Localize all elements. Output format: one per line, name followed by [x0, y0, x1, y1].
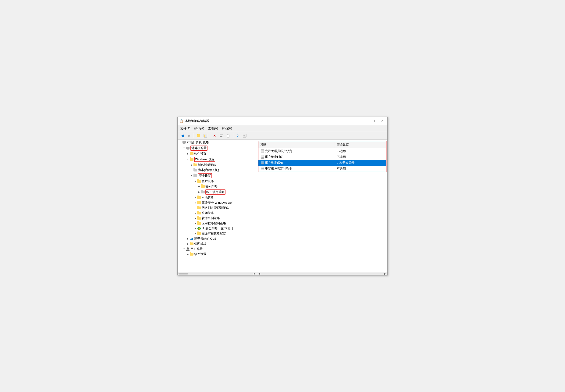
- toggle-audit-policy: ▶: [194, 232, 197, 236]
- tree-item-software-restriction[interactable]: ▶ 软件限制策略: [178, 216, 257, 221]
- toggle-software-restriction: ▶: [194, 216, 197, 220]
- tree-item-windows-settings[interactable]: ▼ Windows 设置: [178, 156, 257, 162]
- help-button[interactable]: ?: [234, 133, 241, 139]
- tree-item-password-policy[interactable]: ▶ 密码策略: [178, 184, 257, 189]
- tree-item-account-policy[interactable]: ▼ 帐户策略: [178, 179, 257, 184]
- forward-button[interactable]: ▶: [186, 133, 193, 139]
- toggle-user-software: ▶: [186, 252, 190, 256]
- tree-item-software-settings[interactable]: ▶ 软件设置: [178, 151, 257, 156]
- toggle-user-config: ▼: [182, 247, 186, 251]
- title-bar-left: 📋 本地组策略编辑器: [180, 119, 209, 123]
- policy-icon-3: [260, 161, 264, 165]
- tree-item-security-settings[interactable]: ▼ 安全设置: [178, 173, 257, 179]
- tree-item-admin-templates[interactable]: ▶ 管理模板: [178, 241, 257, 246]
- svg-rect-6: [220, 135, 223, 135]
- user-config-icon: [186, 247, 190, 251]
- show-hide-button[interactable]: [202, 133, 209, 139]
- toolbar-separator-2: [210, 133, 210, 138]
- tree-label-domain-resolution: 域名解析策略: [198, 163, 216, 167]
- maximize-button[interactable]: □: [372, 118, 379, 124]
- policy-row-lockout-threshold[interactable]: 帐户锁定阈值 0 次无效登录: [258, 160, 386, 166]
- computer-icon: [182, 141, 186, 144]
- tree-scroll[interactable]: 本地计算机 策略 ▼ 计算机配置 ▶ 软件设置: [178, 140, 257, 272]
- tree-item-domain-resolution[interactable]: ▶ 域名解析策略: [178, 162, 257, 168]
- tree-item-advanced-windows[interactable]: ▶ 高级安全 Windows Def: [178, 200, 257, 205]
- toggle-windows-settings: ▼: [186, 157, 190, 161]
- svg-rect-7: [220, 136, 223, 136]
- menu-help[interactable]: 帮助(H): [220, 126, 234, 131]
- svg-rect-2: [197, 135, 198, 135]
- tree-label-local-policy: 本地计算机 策略: [187, 140, 209, 145]
- policy-value-reset-lockout: 不适用: [335, 166, 386, 171]
- policy-row-reset-lockout[interactable]: 重置帐户锁定计数器 不适用: [258, 166, 386, 172]
- toggle-local-policy-node: ▶: [194, 196, 197, 199]
- toggle-ip-security: ▶: [194, 227, 197, 230]
- svg-rect-15: [183, 143, 185, 144]
- menu-file[interactable]: 文件(F): [179, 126, 192, 131]
- tree-item-audit-policy[interactable]: ▶ 高级审核策略配置: [178, 231, 257, 236]
- tree-item-app-control[interactable]: ▶ 应用程序控制策略: [178, 221, 257, 226]
- right-panel: 策略 安全设置 允许管理员帐户锁定 不适用: [257, 140, 387, 275]
- folder-software-restriction-icon: [197, 216, 201, 220]
- tree-item-network-list[interactable]: 网络列表管理器策略: [178, 205, 257, 210]
- tree-item-computer-config[interactable]: ▼ 计算机配置: [178, 145, 257, 151]
- tree-item-public-key[interactable]: ▶ 公钥策略: [178, 210, 257, 216]
- toggle-software-settings: ▶: [186, 152, 190, 155]
- toggle-computer-config: ▼: [182, 146, 186, 150]
- policy-icon-2: [260, 155, 264, 159]
- main-area: 本地计算机 策略 ▼ 计算机配置 ▶ 软件设置: [178, 140, 387, 275]
- tree-item-lockout-policy[interactable]: ▶ 帐户锁定策略: [178, 189, 257, 195]
- close-button[interactable]: ✕: [379, 118, 385, 124]
- back-button[interactable]: ◀: [179, 133, 185, 139]
- properties1-button[interactable]: [218, 133, 225, 139]
- tree-label-ip-security: IP 安全策略，在 本地计: [202, 226, 233, 231]
- policy-value-lockout-threshold: 0 次无效登录: [335, 160, 386, 166]
- left-panel: 本地计算机 策略 ▼ 计算机配置 ▶ 软件设置: [178, 140, 257, 275]
- folder-admin-icon: [190, 242, 194, 246]
- menu-action[interactable]: 操作(A): [192, 126, 206, 131]
- folder-advanced-icon: [197, 201, 201, 205]
- left-scroll-bar[interactable]: ▶: [178, 272, 257, 275]
- tree-label-public-key: 公钥策略: [202, 211, 214, 215]
- tree-item-local-policy-node[interactable]: ▶ 本地策略: [178, 195, 257, 200]
- delete-button[interactable]: ✕: [211, 133, 218, 139]
- toolbar-separator-3: [233, 133, 233, 138]
- toggle-local-policy: [179, 141, 182, 144]
- folder-user-software-icon: [190, 252, 194, 256]
- tree-item-local-policy[interactable]: 本地计算机 策略: [178, 140, 257, 145]
- tree-item-user-software[interactable]: ▶ 软件设置: [178, 252, 257, 257]
- window-icon: 📋: [180, 119, 184, 123]
- tree-label-password-policy: 密码策略: [205, 184, 218, 189]
- svg-rect-8: [220, 136, 222, 137]
- policy-row-lockout-duration[interactable]: 帐户锁定时间 不适用: [258, 154, 386, 160]
- title-buttons: ─ □ ✕: [365, 118, 385, 124]
- tree-label-scripts: 脚本(启动/关机): [198, 168, 219, 172]
- folder-network-icon: [197, 206, 201, 210]
- svg-rect-4: [204, 135, 205, 137]
- tree-item-qos[interactable]: ▶ 基于策略的 QoS: [178, 236, 257, 241]
- view-button[interactable]: [241, 133, 248, 139]
- tree-item-ip-security[interactable]: ▶ 🔒 IP 安全策略，在 本地计: [178, 226, 257, 231]
- folder-software-icon: [190, 152, 194, 155]
- minimize-button[interactable]: ─: [365, 118, 371, 124]
- policy-row-allow-admin[interactable]: 允许管理员帐户锁定 不适用: [258, 148, 386, 154]
- toolbar: ◀ ▶ ✕ ?: [178, 132, 387, 140]
- tree-label-app-control: 应用程序控制策略: [202, 221, 226, 225]
- policy-icon-4: [260, 167, 264, 170]
- col-header-policy[interactable]: 策略: [258, 141, 335, 148]
- up-button[interactable]: [195, 133, 202, 139]
- right-scroll-bar[interactable]: ◀ ▶: [257, 272, 387, 275]
- folder-domain-icon: [194, 163, 197, 167]
- copy-button[interactable]: [225, 133, 232, 139]
- tree-label-user-software: 软件设置: [194, 252, 206, 256]
- menu-view[interactable]: 查看(V): [206, 126, 220, 131]
- toggle-app-control: ▶: [194, 222, 197, 225]
- policy-value-allow-admin: 不适用: [335, 148, 386, 154]
- svg-rect-14: [183, 141, 186, 143]
- tree-item-user-config[interactable]: ▼ 用户配置: [178, 246, 257, 252]
- col-header-security[interactable]: 安全设置: [335, 141, 386, 148]
- toggle-account-policy: ▼: [194, 179, 197, 183]
- toggle-qos: ▶: [186, 237, 190, 241]
- tree-item-scripts[interactable]: 脚本(启动/关机): [178, 168, 257, 173]
- policy-name-lockout-threshold: 帐户锁定阈值: [258, 160, 335, 166]
